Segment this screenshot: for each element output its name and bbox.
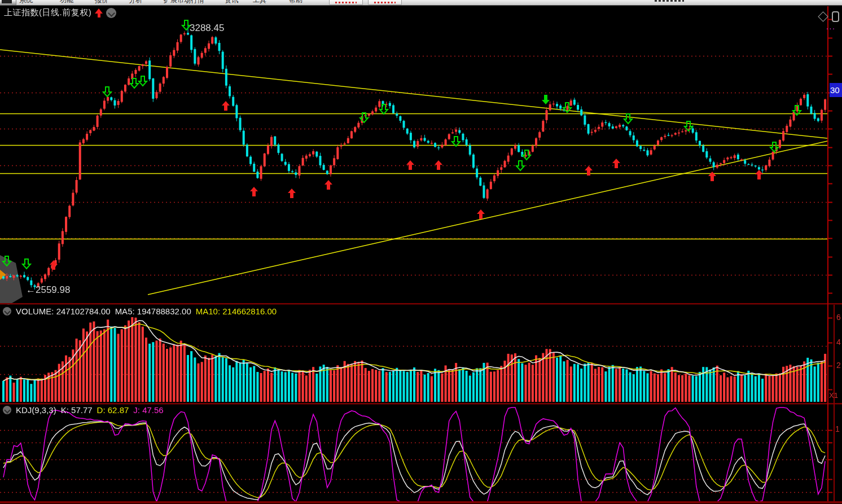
- d-value: 62.87: [108, 405, 129, 415]
- volume-multiplier-label: X1: [829, 391, 838, 400]
- trend-up-arrow-icon: [95, 8, 103, 17]
- k-label: K:: [61, 405, 69, 415]
- chart-canvas[interactable]: [0, 0, 842, 504]
- volume-label: VOLUME:: [16, 306, 54, 316]
- ma5-value: 194788832.00: [137, 306, 191, 316]
- menu-item-help[interactable]: 帮助: [289, 0, 302, 5]
- menu-item-news[interactable]: 资讯: [225, 0, 238, 5]
- ma10-label: MA10:: [196, 306, 220, 316]
- panel-corner-icons: [819, 11, 839, 22]
- diamond-icon[interactable]: [818, 11, 828, 21]
- menu-item-extended-market[interactable]: 扩展市场行情: [164, 0, 204, 5]
- j-value: 47.56: [142, 405, 164, 415]
- menu-right-text-fragment: [655, 0, 684, 2]
- toolbar-button-fragment[interactable]: [329, 0, 363, 5]
- menu-item-quote[interactable]: 报价: [95, 0, 108, 5]
- j-label: J:: [133, 405, 140, 415]
- collapse-chevron-icon[interactable]: [3, 307, 11, 315]
- volume-axis-tick: 2: [836, 361, 841, 370]
- volume-value: 247102784.00: [56, 306, 111, 316]
- kdj-header: KDJ(9,3,3) K: 57.77 D: 62.87 J: 47.56: [3, 405, 164, 415]
- k-value: 57.77: [71, 405, 93, 415]
- ma5-label: MA5:: [115, 306, 135, 316]
- trough-price-label: ←2559.98: [26, 284, 70, 296]
- window-icon[interactable]: [832, 11, 839, 22]
- menu-item-function[interactable]: 功能: [60, 0, 73, 5]
- more-dots-icon[interactable]: ...: [826, 23, 836, 31]
- ma10-value: 214662816.00: [222, 306, 277, 316]
- toolbar-button-fragment[interactable]: [368, 0, 402, 5]
- app-logo-icon[interactable]: [0, 0, 16, 5]
- kdj-axis-tick: 1: [835, 424, 840, 433]
- trading-app-window: 系统 功能 报价 分析 扩展市场行情 资讯 工具 帮助 上证指数(日线.前复权)…: [0, 0, 842, 504]
- menu-bar: 系统 功能 报价 分析 扩展市场行情 资讯 工具 帮助: [0, 0, 842, 6]
- volume-header: VOLUME: 247102784.00 MA5: 194788832.00 M…: [3, 306, 277, 316]
- current-price-badge: 30: [830, 83, 842, 97]
- collapse-chevron-icon[interactable]: [3, 406, 11, 414]
- chart-header: 上证指数(日线.前复权): [4, 7, 116, 18]
- d-label: D:: [97, 405, 106, 415]
- volume-axis-tick: 6: [836, 313, 841, 322]
- collapse-chevron-icon[interactable]: [106, 8, 116, 18]
- menu-item-system[interactable]: 系统: [19, 0, 33, 5]
- volume-axis-tick: 4: [836, 338, 841, 347]
- menu-item-tools[interactable]: 工具: [253, 0, 266, 5]
- kdj-name: KDJ(9,3,3): [16, 405, 56, 415]
- chart-title: 上证指数(日线.前复权): [4, 7, 91, 18]
- menu-item-analysis[interactable]: 分析: [129, 0, 142, 5]
- peak-price-label: 3288.45: [190, 23, 224, 34]
